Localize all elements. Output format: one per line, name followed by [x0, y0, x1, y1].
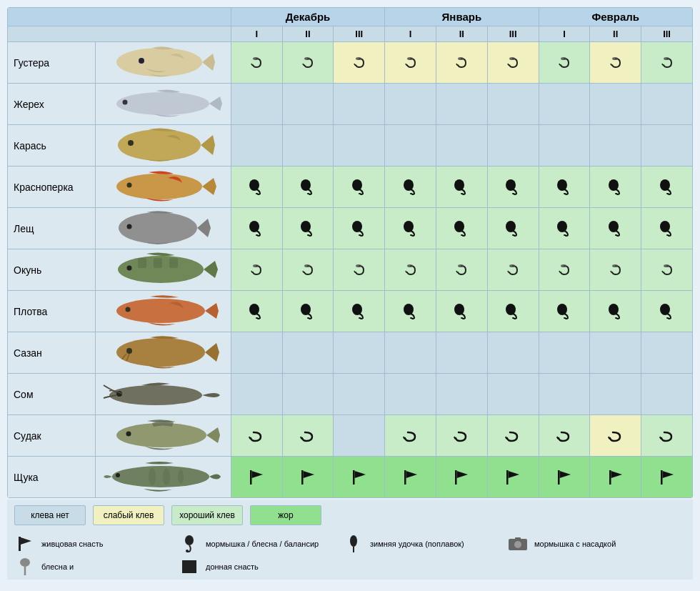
jig-icon	[179, 535, 200, 552]
period-jan-3: III	[487, 26, 539, 42]
svg-point-78	[112, 466, 209, 487]
legend-none-box: клева нет	[14, 505, 86, 525]
activity-cell-9-4	[436, 415, 487, 457]
svg-rect-45	[154, 258, 162, 268]
svg-point-65	[454, 304, 464, 315]
svg-marker-20	[202, 178, 216, 195]
period-dec-2: II	[282, 26, 334, 42]
svg-rect-85	[301, 470, 304, 485]
svg-point-21	[127, 182, 132, 187]
svg-marker-88	[354, 471, 366, 478]
activity-cell-2-7	[590, 125, 641, 167]
float-icon	[343, 535, 364, 552]
svg-point-72	[126, 348, 132, 354]
activity-cell-0-0	[231, 42, 282, 84]
svg-point-52	[407, 264, 413, 267]
activity-cell-2-3	[385, 125, 436, 167]
svg-marker-98	[611, 471, 622, 478]
activity-cell-2-0	[231, 125, 282, 167]
empty-header	[8, 8, 231, 26]
fish-image-7	[96, 332, 231, 374]
svg-point-10	[561, 57, 566, 60]
svg-point-40	[557, 221, 567, 232]
activity-cell-2-5	[487, 125, 539, 167]
svg-point-7	[407, 57, 413, 60]
activity-cell-0-3	[385, 42, 436, 84]
svg-rect-91	[455, 470, 457, 485]
fish-image-2	[96, 125, 231, 167]
fish-row: Густера	[8, 42, 693, 84]
activity-cell-6-3	[385, 291, 436, 332]
legend-zhir: жор	[250, 505, 321, 525]
svg-point-64	[404, 304, 414, 315]
period-dec-1: I	[231, 26, 282, 42]
fish-name-8: Сом	[8, 374, 96, 415]
svg-rect-101	[19, 537, 21, 551]
svg-point-41	[609, 221, 619, 232]
activity-cell-1-0	[231, 84, 282, 125]
activity-cell-3-0	[231, 167, 282, 208]
legend-weak-box: слабый клев	[93, 505, 164, 525]
activity-cell-1-1	[282, 84, 334, 125]
activity-cell-5-3	[385, 249, 436, 291]
activity-cell-3-7	[590, 167, 641, 208]
activity-cell-8-3	[385, 374, 436, 415]
svg-marker-14	[209, 96, 222, 111]
svg-point-28	[557, 179, 567, 191]
period-jan-2: II	[436, 26, 487, 42]
svg-point-37	[404, 221, 414, 232]
svg-point-73	[109, 385, 202, 405]
activity-cell-9-6	[539, 415, 590, 457]
svg-point-15	[123, 99, 128, 104]
svg-marker-90	[406, 471, 417, 478]
activity-cell-4-7	[590, 208, 641, 249]
svg-point-5	[304, 57, 310, 60]
fish-row: Лещ	[8, 208, 693, 249]
svg-marker-96	[559, 471, 571, 478]
activity-cell-7-7	[590, 332, 641, 374]
svg-point-82	[178, 470, 184, 484]
svg-rect-46	[169, 258, 178, 268]
activity-cell-3-4	[436, 167, 487, 208]
svg-point-33	[127, 224, 132, 229]
svg-marker-47	[204, 261, 218, 278]
svg-point-63	[352, 304, 362, 315]
svg-point-6	[356, 57, 361, 60]
fish-row: Сазан	[8, 332, 693, 374]
activity-cell-6-5	[487, 291, 539, 332]
bottom-legend: живцовая снасть мормышка / блесна / бала…	[7, 531, 693, 580]
activity-cell-5-6	[539, 249, 590, 291]
legend-photo-text: мормышка с насадкой	[534, 540, 616, 548]
activity-cell-2-8	[641, 125, 693, 167]
activity-cell-10-5	[487, 457, 539, 498]
activity-cell-7-6	[539, 332, 590, 374]
svg-rect-93	[506, 470, 509, 485]
legend-none: клева нет	[14, 505, 86, 525]
month-dec: Декабрь	[231, 8, 384, 26]
activity-cell-5-2	[334, 249, 385, 291]
activity-cell-6-0	[231, 291, 282, 332]
legend-jig-item: мормышка / блесна / балансир	[179, 535, 321, 552]
svg-point-108	[514, 541, 521, 548]
activity-cell-8-6	[539, 374, 590, 415]
activity-cell-7-2	[334, 332, 385, 374]
svg-marker-86	[303, 471, 314, 478]
svg-marker-32	[197, 219, 211, 237]
activity-cell-8-7	[590, 374, 641, 415]
fish-row: Жерех	[8, 84, 693, 125]
svg-point-54	[509, 264, 515, 267]
activity-cell-5-1	[282, 249, 334, 291]
activity-cell-4-3	[385, 208, 436, 249]
activity-cell-9-0	[231, 415, 282, 457]
main-container: Декабрь Январь Февраль I II III I II III…	[0, 0, 700, 587]
svg-marker-76	[206, 427, 220, 443]
activity-cell-7-3	[385, 332, 436, 374]
svg-point-18	[128, 140, 134, 146]
svg-point-3	[139, 58, 144, 64]
legend-photo-item: мормышка с насадкой	[507, 535, 650, 552]
svg-rect-83	[250, 470, 252, 485]
legend-flag-text: живцовая снасть	[41, 540, 103, 548]
svg-rect-99	[661, 470, 663, 485]
fish-image-1	[96, 84, 231, 125]
activity-cell-10-7	[590, 457, 641, 498]
